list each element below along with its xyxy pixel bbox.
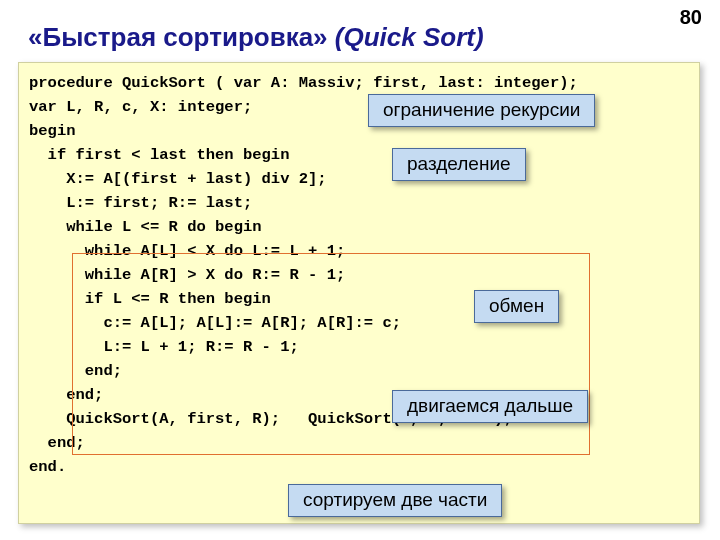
code-panel: procedure QuickSort ( var A: Massiv; fir… (18, 62, 700, 524)
page-number: 80 (680, 6, 702, 29)
title-ru: «Быстрая сортировка» (28, 22, 335, 52)
callout-partition: разделение (392, 148, 526, 181)
page-title: «Быстрая сортировка» (Quick Sort) (28, 22, 484, 53)
title-en: (Quick Sort) (335, 22, 484, 52)
callout-recursion-limit: ограничение рекурсии (368, 94, 595, 127)
callout-swap: обмен (474, 290, 559, 323)
callout-sort-two: сортируем две части (288, 484, 502, 517)
callout-move-on: двигаемся дальше (392, 390, 588, 423)
